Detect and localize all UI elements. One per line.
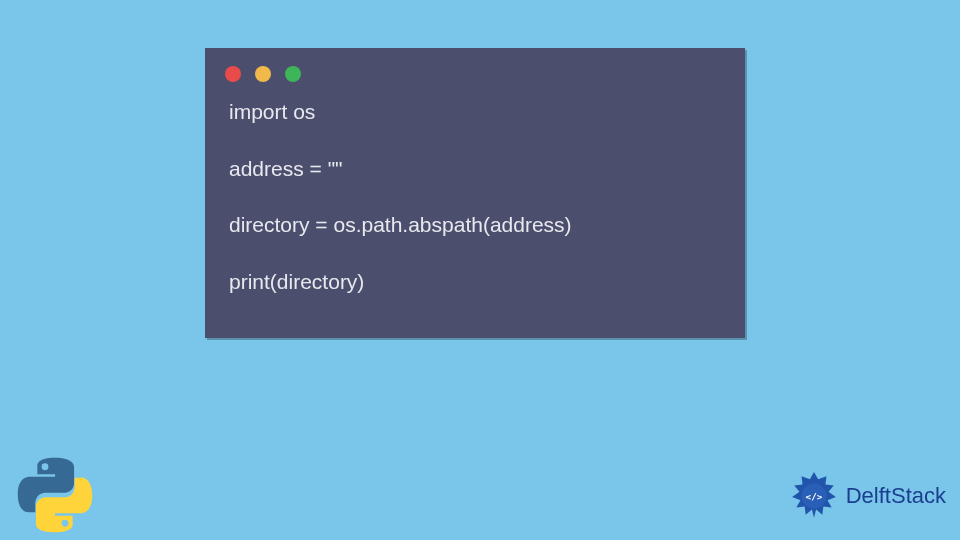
brand-name: DelftStack bbox=[846, 483, 946, 509]
window-control-maximize-icon bbox=[285, 66, 301, 82]
window-control-close-icon bbox=[225, 66, 241, 82]
delftstack-brand: </> DelftStack bbox=[788, 470, 946, 522]
window-control-minimize-icon bbox=[255, 66, 271, 82]
python-logo-icon bbox=[16, 456, 94, 534]
code-block: import os address = "" directory = os.pa… bbox=[205, 90, 745, 316]
delftstack-logo-icon: </> bbox=[788, 470, 840, 522]
traffic-lights bbox=[205, 48, 745, 90]
svg-text:</>: </> bbox=[805, 491, 822, 502]
code-window: import os address = "" directory = os.pa… bbox=[205, 48, 745, 338]
